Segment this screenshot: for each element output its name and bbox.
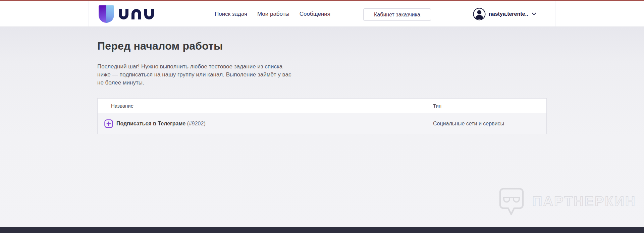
chevron-down-icon (532, 12, 536, 15)
header-divider (462, 1, 462, 26)
main-nav: Поиск задач Мои работы Сообщения (215, 1, 330, 27)
task-link[interactable]: Подписаться в Телеграме (#9202) (116, 121, 206, 127)
unu-logo[interactable] (99, 5, 154, 23)
nav-my-works[interactable]: Мои работы (257, 11, 289, 17)
column-header-type: Тип (433, 103, 546, 109)
username-label: nastya.terente.. (489, 11, 528, 17)
unu-logo-letters (119, 9, 154, 19)
unu-shield-icon (99, 5, 114, 23)
header-divider (163, 1, 163, 26)
tasks-table: Название Тип Подписаться в Телеграме (#9… (97, 98, 547, 134)
watermark-text: ПАРТНЕРКИН (532, 193, 636, 209)
avatar-icon (473, 8, 486, 20)
watermark: ПАРТНЕРКИН (499, 187, 636, 216)
nav-messages[interactable]: Сообщения (300, 11, 330, 17)
main-content: Перед началом работы Последний шаг! Нужн… (0, 27, 644, 227)
client-cabinet-button[interactable]: Кабинет заказчика (363, 8, 431, 21)
page-title: Перед началом работы (97, 40, 223, 52)
header-divider (89, 1, 89, 26)
expand-plus-icon[interactable] (104, 119, 113, 128)
task-name: Подписаться в Телеграме (116, 121, 185, 126)
partnerkin-bubble-glasses-icon (499, 187, 525, 216)
task-id: (#9202) (187, 121, 206, 126)
user-menu[interactable]: nastya.terente.. (473, 1, 536, 27)
intro-text: Последний шаг! Нужно выполнить любое тес… (97, 63, 319, 87)
task-type: Социальные сети и сервисы (433, 121, 546, 127)
table-row: Подписаться в Телеграме (#9202) Социальн… (98, 113, 546, 134)
footer-bar (0, 227, 644, 233)
column-header-name: Название (98, 103, 433, 109)
page: Поиск задач Мои работы Сообщения Кабинет… (0, 0, 644, 233)
header-divider (555, 1, 555, 26)
nav-task-search[interactable]: Поиск задач (215, 11, 247, 17)
table-header-row: Название Тип (98, 99, 546, 113)
header: Поиск задач Мои работы Сообщения Кабинет… (0, 1, 644, 27)
